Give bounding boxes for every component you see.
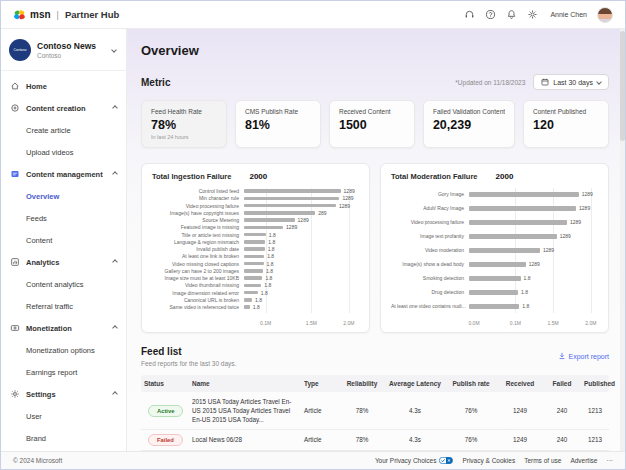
column-header-name: Name: [189, 380, 301, 387]
footer-link-privacy-cookies[interactable]: Privacy & Cookies: [462, 457, 515, 464]
bar: [469, 192, 579, 197]
sidebar-item-overview[interactable]: Overview: [1, 185, 126, 207]
sidebar-item-analytics[interactable]: Analytics: [1, 251, 126, 273]
msn-logo[interactable]: msn | Partner Hub: [13, 9, 119, 21]
bar-zone: 1.8: [469, 289, 598, 295]
avg-latency-cell: 4.3s: [385, 407, 445, 414]
sidebar-item-monetization[interactable]: Monetization: [1, 317, 126, 339]
sidebar-item-content-analytics[interactable]: Content analytics: [1, 273, 126, 295]
reliability-cell: 78%: [339, 436, 385, 443]
sidebar-item-feeds[interactable]: Feeds: [1, 207, 126, 229]
feed-table-header: StatusNameTypeReliabilityAverage Latency…: [141, 375, 609, 392]
headset-icon[interactable]: [464, 9, 475, 20]
footer-link-your-privacy-choices[interactable]: Your Privacy Choices: [375, 457, 454, 464]
date-range-dropdown[interactable]: Last 30 days: [533, 74, 609, 90]
org-switcher[interactable]: Contoso Contoso News Contoso: [1, 29, 126, 70]
sidebar-item-settings[interactable]: Settings: [1, 383, 126, 405]
chart-bar-row: Language & region mismatch1.8: [152, 239, 359, 245]
chart-x-axis: 0.0M0.1M1.5M2.0M: [474, 316, 592, 326]
bar: [469, 276, 521, 281]
calendar-icon: [541, 78, 549, 86]
chart-bar-row: Image(s) show a dead body1289: [391, 258, 598, 270]
bar-zone: 1289: [244, 203, 359, 209]
chevron-down-icon: [596, 79, 602, 85]
gear-icon[interactable]: [527, 9, 538, 20]
chart-bar-row: Smoking detection1.8: [391, 272, 598, 284]
feed-table-body: Active2015 USA Today Articles Travel En-…: [141, 392, 609, 451]
sidebar-item-user[interactable]: User: [1, 405, 126, 427]
sidebar-item-create-article[interactable]: Create article: [1, 119, 126, 141]
bar: [244, 298, 252, 302]
sidebar-item-label: Earnings report: [26, 368, 77, 377]
bar-value-label: 289: [318, 210, 326, 216]
chart-bar-row: Gory Image1289: [391, 188, 598, 200]
chart-bar-row: Image dimension related error1.8: [152, 290, 359, 296]
feed-name-cell: Local News 06/28: [189, 430, 301, 449]
sidebar-item-label: Referral traffic: [26, 302, 73, 311]
export-report-link[interactable]: Export report: [558, 352, 609, 360]
category-label: Gallery can have 2 to 200 images: [152, 268, 244, 274]
column-header-type: Type: [301, 380, 339, 387]
bar-zone: 1289: [469, 219, 598, 225]
bar: [469, 304, 519, 309]
sidebar-item-upload-videos[interactable]: Upload videos: [1, 141, 126, 163]
bar: [244, 226, 283, 230]
export-report-label: Export report: [569, 353, 609, 360]
chart-header: Total Ingestion Failure2000: [152, 172, 359, 181]
sidebar-item-brand[interactable]: Brand: [1, 427, 126, 449]
sidebar-item-content-creation[interactable]: Content creation: [1, 97, 126, 119]
sidebar-item-earnings-report[interactable]: Earnings report: [1, 361, 126, 383]
sidebar-item-home[interactable]: Home: [1, 75, 126, 97]
chart-bar-row: Invalid publish date1.8: [152, 246, 359, 252]
bar-value-label: 1289: [560, 233, 571, 239]
bar-value-label: 1289: [286, 224, 297, 230]
category-label: Image(s) have copyright issues: [152, 210, 244, 216]
column-header-published: Published: [581, 380, 618, 387]
chevron-up-icon: [112, 325, 118, 331]
category-label: Image(s) show a dead body: [391, 261, 469, 267]
bell-icon[interactable]: [506, 9, 517, 20]
charts-row: Total Ingestion Failure2000Control liste…: [141, 163, 609, 333]
table-row[interactable]: Active2015 USA Today Articles Travel En-…: [141, 392, 609, 430]
column-header-average-latency: Average Latency: [385, 380, 445, 387]
bar-value-label: 1.8: [255, 297, 262, 303]
scrollbar-thumb[interactable]: [620, 31, 625, 141]
bar-zone: 1.8: [244, 304, 359, 310]
axis-tick-label: 1.5M: [547, 320, 558, 326]
sidebar-item-content[interactable]: Content: [1, 229, 126, 251]
help-icon[interactable]: [485, 9, 496, 20]
chart-bar-row: Gallery can have 2 to 200 images1.8: [152, 268, 359, 274]
sidebar-item-referral-traffic[interactable]: Referral traffic: [1, 295, 126, 317]
bar-zone: 1.8: [244, 290, 359, 296]
bar-zone: 1.8: [244, 253, 359, 259]
axis-tick-label: 0.1M: [510, 320, 521, 326]
bar-zone: 1.8: [469, 275, 598, 281]
bar-zone: 1289: [244, 188, 359, 194]
column-header-failed: Failed: [543, 380, 581, 387]
chart-bar-row: Canonical URL is broken1.8: [152, 297, 359, 303]
user-avatar[interactable]: [597, 7, 613, 23]
sidebar-item-content-management[interactable]: Content management: [1, 163, 126, 185]
column-header-received: Received: [497, 380, 543, 387]
footer-link-terms-of-use[interactable]: Terms of use: [524, 457, 561, 464]
chart-bar-row: Image(s) have copyright issues289: [152, 210, 359, 216]
footer-link-advertise[interactable]: Advertise: [570, 457, 597, 464]
failed-cell: 240: [543, 436, 581, 443]
bar-value-label: 1.8: [265, 275, 272, 281]
sidebar-item-label: Overview: [26, 192, 59, 201]
received-cell: 1249: [497, 436, 543, 443]
sidebar-item-label: Content: [26, 236, 52, 245]
footer-link--[interactable]: ···: [607, 457, 614, 464]
chart-total-value: 2000: [249, 172, 267, 181]
sidebar-item-monetization-options[interactable]: Monetization options: [1, 339, 126, 361]
avg-latency-cell: 4.3s: [385, 436, 445, 443]
scrollbar[interactable]: [620, 29, 625, 451]
bar-value-label: 1.8: [268, 246, 275, 252]
published-cell: 1213: [581, 407, 609, 414]
table-row[interactable]: FailedLocal News 06/28Article78%4.3s76%1…: [141, 430, 609, 450]
publish-rate-cell: 76%: [445, 407, 497, 414]
category-label: Language & region mismatch: [152, 239, 244, 245]
axis-tick-label: 1.5M: [306, 320, 317, 326]
chart-bar-row: Video missing closed captions1.8: [152, 261, 359, 267]
chart-title: Total Ingestion Failure: [152, 172, 231, 181]
